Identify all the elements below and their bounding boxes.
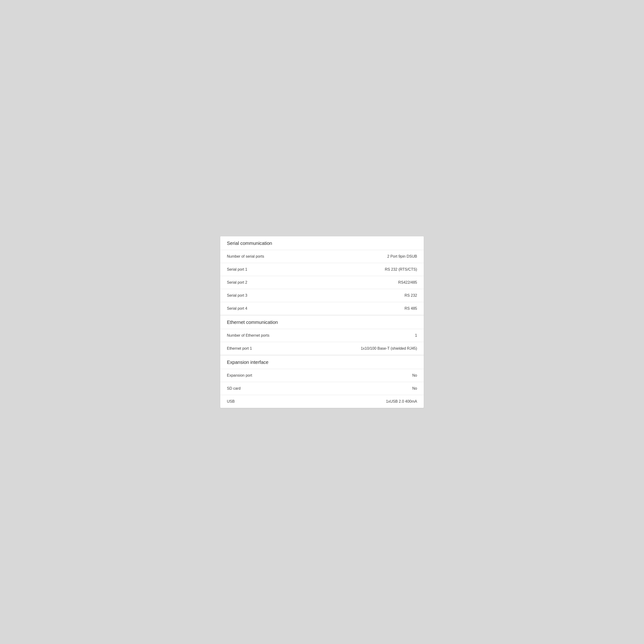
row-label: Serial port 3 bbox=[220, 289, 332, 302]
row-value: 2 Port 9pin DSUB bbox=[332, 250, 424, 263]
row-label: Ethernet port 1 bbox=[220, 342, 332, 355]
row-value: 1x10/100 Base-T (shielded RJ45) bbox=[332, 342, 424, 355]
row-value: RS 232 bbox=[332, 289, 424, 302]
table-ethernet-communication: Number of Ethernet ports1Ethernet port 1… bbox=[220, 329, 424, 355]
table-row: Serial port 2RS422/485 bbox=[220, 276, 424, 289]
section-title-expansion-interface: Expansion interface bbox=[227, 360, 269, 365]
table-serial-communication: Number of serial ports2 Port 9pin DSUBSe… bbox=[220, 250, 424, 315]
table-expansion-interface: Expansion portNoSD cardNoUSB1xUSB 2.0 40… bbox=[220, 369, 424, 408]
row-value: No bbox=[332, 369, 424, 382]
spec-card: Serial communicationNumber of serial por… bbox=[220, 236, 424, 408]
table-row: Ethernet port 11x10/100 Base-T (shielded… bbox=[220, 342, 424, 355]
table-row: Number of Ethernet ports1 bbox=[220, 329, 424, 342]
table-row: Serial port 4RS 485 bbox=[220, 302, 424, 315]
row-label: Serial port 1 bbox=[220, 263, 332, 276]
row-label: Number of Ethernet ports bbox=[220, 329, 332, 342]
row-label: Number of serial ports bbox=[220, 250, 332, 263]
table-row: Serial port 3RS 232 bbox=[220, 289, 424, 302]
table-row: Expansion portNo bbox=[220, 369, 424, 382]
row-value: RS 232 (RTS/CTS) bbox=[332, 263, 424, 276]
row-label: Expansion port bbox=[220, 369, 332, 382]
table-row: USB1xUSB 2.0 400mA bbox=[220, 395, 424, 408]
table-row: Number of serial ports2 Port 9pin DSUB bbox=[220, 250, 424, 263]
row-label: USB bbox=[220, 395, 332, 408]
row-label: Serial port 2 bbox=[220, 276, 332, 289]
row-label: Serial port 4 bbox=[220, 302, 332, 315]
row-value: RS422/485 bbox=[332, 276, 424, 289]
section-header-ethernet-communication: Ethernet communication bbox=[220, 315, 424, 329]
row-value: 1xUSB 2.0 400mA bbox=[332, 395, 424, 408]
section-title-ethernet-communication: Ethernet communication bbox=[227, 320, 278, 325]
section-header-expansion-interface: Expansion interface bbox=[220, 355, 424, 369]
row-value: RS 485 bbox=[332, 302, 424, 315]
row-value: No bbox=[332, 382, 424, 395]
row-value: 1 bbox=[332, 329, 424, 342]
section-header-serial-communication: Serial communication bbox=[220, 236, 424, 250]
table-row: SD cardNo bbox=[220, 382, 424, 395]
table-row: Serial port 1RS 232 (RTS/CTS) bbox=[220, 263, 424, 276]
section-title-serial-communication: Serial communication bbox=[227, 241, 272, 246]
row-label: SD card bbox=[220, 382, 332, 395]
